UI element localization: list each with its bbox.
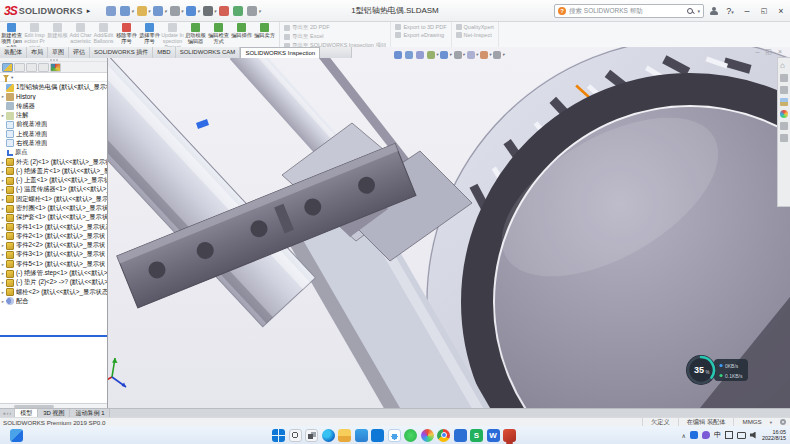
print-button[interactable]: ▾: [170, 6, 184, 16]
ime-mode-icon[interactable]: [725, 431, 733, 439]
configurationmanager-tab[interactable]: [26, 63, 37, 72]
minimize-button[interactable]: –: [740, 6, 754, 16]
add-edit-balloons-button[interactable]: Add/Edit Balloons: [92, 22, 115, 47]
widgets-icon[interactable]: [10, 429, 23, 442]
tab-nav-arrow[interactable]: ›: [9, 410, 11, 416]
propertymanager-tab[interactable]: [14, 63, 25, 72]
feature-tree-row[interactable]: ▸ 零件5<1> (默认<<默认>_显示状: [0, 260, 107, 269]
custom-properties-icon[interactable]: [780, 122, 788, 130]
search-input[interactable]: ? 搜索 SOLIDWORKS 帮助 ▾: [554, 4, 704, 18]
search-icon[interactable]: [687, 8, 694, 15]
doc-restore-button[interactable]: ◱: [765, 48, 772, 56]
zoom-fit-icon[interactable]: [394, 51, 403, 59]
tab-nav-arrow[interactable]: «: [3, 410, 6, 416]
feature-tree-row[interactable]: 传感器: [0, 102, 107, 111]
ime-language-button[interactable]: 中: [714, 430, 721, 440]
ribbon-tab[interactable]: MBD: [153, 47, 175, 58]
edge-icon[interactable]: [322, 429, 335, 442]
update-inspection-project-button[interactable]: Update Inspection Project: [161, 22, 184, 47]
feature-tree-row[interactable]: ▸ 零件3<1> (默认<<默认>_显示状: [0, 250, 107, 259]
featuremanager-tree-tab[interactable]: [2, 63, 13, 72]
options-button[interactable]: ▾: [247, 6, 261, 16]
rebuild-button[interactable]: [233, 6, 244, 16]
store-icon[interactable]: [371, 429, 384, 442]
appearances-icon[interactable]: [780, 110, 788, 118]
doc-close-button[interactable]: ×: [778, 48, 782, 56]
displaymanager-tab[interactable]: [50, 63, 61, 72]
display-style-icon[interactable]: ▾: [454, 51, 465, 59]
feature-tree-row[interactable]: 前视基准面: [0, 120, 107, 129]
chrome-icon[interactable]: [437, 429, 450, 442]
edit-inspection-project-button[interactable]: Edit Inspection Project: [23, 22, 46, 47]
edit-inspection-methods-button[interactable]: 编辑检查方式: [207, 22, 230, 47]
cloud-app-icon[interactable]: [388, 429, 401, 442]
new-inspection-project-button[interactable]: 新建检查项目 (amp;N): [0, 22, 23, 47]
new-template-button[interactable]: 新建模板: [46, 22, 69, 47]
wps-icon[interactable]: W: [487, 429, 500, 442]
model-view-tab[interactable]: 3D 视图: [38, 409, 70, 417]
notes-app-icon[interactable]: [454, 429, 467, 442]
system-monitor-float[interactable]: 35 % 0KB/s 0.1KB/s: [684, 352, 750, 389]
mail-icon[interactable]: [355, 429, 368, 442]
cast-display-icon[interactable]: [737, 432, 746, 439]
file-explorer-pane-icon[interactable]: [780, 86, 788, 94]
feature-tree-row[interactable]: ▸ (-) 绝缘管.step<1> (默认<<默认>: [0, 269, 107, 278]
scene-icon[interactable]: ▾: [493, 51, 504, 59]
select-tool-button[interactable]: ▾: [203, 6, 217, 16]
zoom-area-icon[interactable]: [405, 51, 414, 59]
save-button[interactable]: ▾: [153, 6, 167, 16]
hidden-icons-chevron[interactable]: ∧: [682, 432, 686, 439]
view-palette-icon[interactable]: [780, 98, 788, 106]
onedrive-tray-icon[interactable]: [690, 431, 698, 439]
feature-tree-row[interactable]: ▸ 零件1<1> (默认<<默认>_显示状态: [0, 222, 107, 231]
user-account-icon[interactable]: [709, 7, 718, 16]
section-view-icon[interactable]: ▾: [427, 51, 438, 59]
feature-tree-row[interactable]: ▸ 注解: [0, 111, 107, 120]
new-document-button[interactable]: ▾: [120, 6, 134, 16]
solidworks-app-icon[interactable]: [503, 429, 516, 442]
feature-tree-row[interactable]: 原点: [0, 148, 107, 157]
undo-button[interactable]: ▾: [186, 6, 200, 16]
feature-tree-row[interactable]: ▸ 密封圈<1> (默认<<默认>_显示状: [0, 204, 107, 213]
viewport-canvas[interactable]: [0, 47, 790, 408]
ribbon-tab[interactable]: SOLIDWORKS 插件: [90, 47, 153, 58]
design-library-icon[interactable]: [780, 74, 788, 82]
feature-tree-row[interactable]: ▸ 零件2<2> (默认<<默认>_显示状: [0, 241, 107, 250]
select-balloons-button[interactable]: 选择零件序号: [138, 22, 161, 47]
resources-home-icon[interactable]: ⌂: [780, 62, 788, 70]
feature-tree-row[interactable]: 1型铝轴热电偶 (默认<默认_显示状态-1: [0, 83, 107, 92]
previous-view-icon[interactable]: [416, 51, 425, 59]
performance-evaluation-button[interactable]: [219, 6, 230, 16]
edit-vendors-button[interactable]: 编辑卖方: [253, 22, 276, 47]
tab-nav-arrow[interactable]: ‹: [7, 410, 9, 416]
fm-expand-tab[interactable]: [62, 63, 70, 72]
taskbar-clock[interactable]: 16:05 2022/8/15: [762, 429, 786, 442]
ribbon-tab[interactable]: 布局: [27, 47, 48, 58]
feature-tree-row[interactable]: ▸ 外壳 (2)<1> (默认<<默认>_显示状: [0, 157, 107, 166]
ribbon-tab[interactable]: 评估: [69, 47, 90, 58]
model-view-tab[interactable]: 运动算例 1: [70, 409, 110, 417]
edit-appearance-icon[interactable]: ▾: [480, 51, 491, 59]
file-explorer-icon[interactable]: [338, 429, 351, 442]
feature-tree-row[interactable]: ▸ (-) 上盖<1> (默认<<默认>_显示状: [0, 176, 107, 185]
browser-wheel-app-icon[interactable]: [421, 429, 434, 442]
dimxpertmanager-tab[interactable]: [38, 63, 49, 72]
feature-tree-row[interactable]: ▸ 保护套<1> (默认<<默认>_显示状: [0, 213, 107, 222]
green-s-app-icon[interactable]: S: [470, 429, 483, 442]
task-view-button[interactable]: [305, 429, 318, 442]
green-app-icon[interactable]: [404, 429, 417, 442]
feature-tree-row[interactable]: ▸ History: [0, 92, 107, 101]
restore-button[interactable]: ◱: [757, 7, 771, 15]
launch-template-editor-button[interactable]: 启动模板编辑器: [184, 22, 207, 47]
ribbon-tab[interactable]: SOLIDWORKS CAM: [176, 47, 241, 58]
hide-show-items-icon[interactable]: ▾: [467, 51, 478, 59]
model-view-tab[interactable]: 模型: [15, 409, 38, 417]
ribbon-tab[interactable]: 草图: [48, 47, 69, 58]
menu-flyout-caret-icon[interactable]: ▸: [87, 7, 91, 15]
forum-icon[interactable]: [780, 134, 788, 142]
location-tray-icon[interactable]: [702, 431, 710, 439]
home-button[interactable]: [106, 6, 117, 16]
view-orientation-icon[interactable]: ▾: [440, 51, 451, 59]
doc-minimize-button[interactable]: –: [755, 48, 759, 56]
ribbon-tab[interactable]: SOLIDWORKS Inspection: [240, 47, 320, 58]
